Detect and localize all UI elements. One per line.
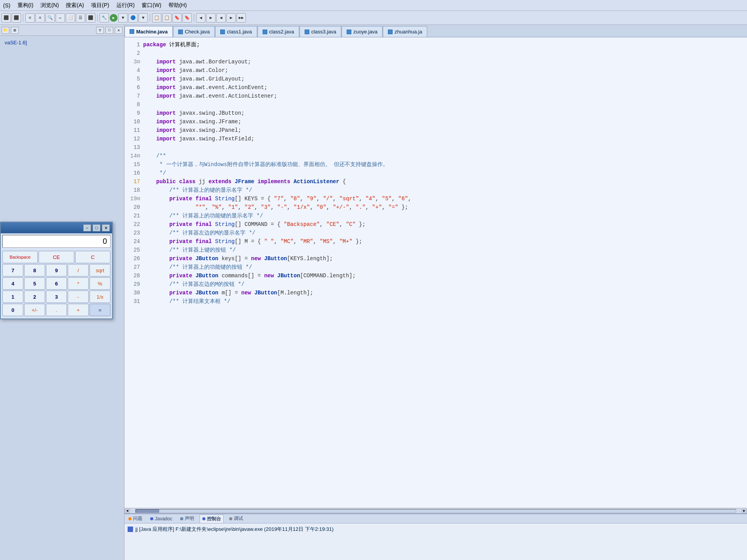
tab-check-java[interactable]: Check.java	[173, 26, 215, 37]
tab-zhuanhua-java[interactable]: zhuanhua.ja	[383, 26, 427, 37]
ln-14[interactable]: 14⊟	[124, 152, 143, 160]
bottom-tab-declaration[interactable]: 声明	[178, 514, 196, 523]
menu-help[interactable]: 帮助(H)	[168, 2, 187, 9]
scroll-right-btn[interactable]: ▶	[742, 509, 747, 513]
toolbar-btn-1[interactable]: ⬛	[2, 13, 11, 23]
calc-restore-button[interactable]: □	[93, 224, 100, 231]
toolbar-btn-20[interactable]: ▶	[226, 13, 236, 23]
toolbar-btn-17[interactable]: ◀	[196, 13, 205, 23]
declaration-label: 声明	[185, 515, 194, 522]
tab-class1-java[interactable]: class1.java	[215, 26, 257, 37]
toolbar-btn-5[interactable]: 🔍	[46, 13, 55, 23]
toolbar-btn-11[interactable]: 🔵	[128, 13, 138, 23]
tab-bar: Machine.java Check.java class1.java clas…	[124, 25, 747, 37]
calc-buttons: Backspace CE C 7 8 9 / sqrt 4 5 6 *	[1, 249, 112, 318]
scrollbar-thumb[interactable]	[136, 509, 159, 513]
toolbar-btn-14[interactable]: 📋	[162, 13, 172, 23]
toolbar-btn-6[interactable]: ✏	[56, 13, 65, 23]
problems-label: 问题	[133, 515, 142, 522]
scrollbar-track[interactable]	[135, 509, 736, 513]
calc-3-button[interactable]: 3	[46, 290, 67, 303]
calc-8-button[interactable]: 8	[24, 264, 45, 276]
toolbar-btn-13[interactable]: 📋	[152, 13, 161, 23]
sidebar-btn-1[interactable]: 📁	[2, 27, 9, 34]
bottom-tab-debug[interactable]: 调试	[227, 514, 245, 523]
toolbar-btn-8[interactable]: ☰	[76, 13, 85, 23]
menu-refactor[interactable]: 重构(I)	[18, 2, 33, 9]
toolbar-btn-19[interactable]: ◀	[216, 13, 226, 23]
calc-add-button[interactable]: +	[68, 304, 89, 316]
calc-4-button[interactable]: 4	[2, 277, 23, 290]
toolbar-btn-18[interactable]: ▶	[206, 13, 216, 23]
menu-project[interactable]: 项目(P)	[91, 2, 109, 9]
code-container[interactable]: 1 2 3⊟ 4 5 6 7 8 9 10 11 12 13 14⊟ 15 16…	[124, 37, 747, 508]
calc-close-button[interactable]: ✕	[102, 224, 110, 231]
menu-run[interactable]: 运行(R)	[116, 2, 135, 9]
bottom-tab-javadoc[interactable]: Javadoc	[148, 514, 175, 523]
menu-window[interactable]: 窗口(W)	[142, 2, 161, 9]
toolbar-btn-2[interactable]: ⬛	[12, 13, 21, 23]
menu-s[interactable]: (S)	[3, 2, 11, 9]
toolbar-btn-3[interactable]: ≡	[25, 13, 35, 23]
calc-6-button[interactable]: 6	[46, 277, 67, 290]
tab-class2-java[interactable]: class2.java	[258, 26, 299, 37]
calc-decimal-button[interactable]: .	[46, 304, 67, 316]
calc-percent-button[interactable]: %	[89, 277, 110, 290]
ln-3[interactable]: 3⊟	[124, 58, 143, 66]
calc-multiply-button[interactable]: *	[68, 277, 89, 290]
calc-minimize-button[interactable]: −	[83, 224, 91, 231]
sidebar-btn-2[interactable]: ⊞	[11, 27, 19, 34]
run-dropdown[interactable]: ▼	[118, 13, 128, 23]
menu-bar: (S) 重构(I) 浏览(N) 搜索(A) 项目(P) 运行(R) 窗口(W) …	[0, 0, 747, 11]
toolbar-btn-4[interactable]: ≡	[35, 13, 45, 23]
calc-5-button[interactable]: 5	[24, 277, 45, 290]
calc-1-button[interactable]: 1	[2, 290, 23, 303]
sidebar-x[interactable]: ✕	[115, 27, 123, 34]
ln-6: 6	[124, 83, 143, 92]
tab-class3-java[interactable]: class3.java	[300, 26, 341, 37]
toolbar-btn-9[interactable]: ⬛	[86, 13, 95, 23]
calc-0-button[interactable]: 0	[2, 304, 23, 316]
calc-negate-button[interactable]: +/-	[24, 304, 45, 316]
calc-2-button[interactable]: 2	[24, 290, 45, 303]
code-scrollbar[interactable]: ◀ ▶	[124, 508, 747, 513]
sidebar-minimize[interactable]: ▽	[96, 27, 104, 34]
bottom-content: jj [Java 应用程序] F:\新建文件夹\eclipse\jre\bin\…	[124, 523, 747, 535]
calc-display: 0	[2, 235, 110, 248]
code-content[interactable]: package 计算机界面; import java.awt.BorderLay…	[143, 37, 747, 508]
calc-divide-button[interactable]: /	[68, 264, 89, 276]
ln-25: 25	[124, 246, 143, 254]
bottom-tab-console[interactable]: 控制台	[200, 514, 224, 523]
toolbar-sep-1	[23, 14, 23, 22]
toolbar-btn-12[interactable]: ▼	[139, 13, 148, 23]
calc-ce-button[interactable]: CE	[39, 251, 74, 263]
calc-subtract-button[interactable]: -	[68, 290, 89, 303]
ln-7: 7	[124, 92, 143, 100]
bottom-tab-problems[interactable]: 问题	[126, 514, 145, 523]
calc-equals-button[interactable]: =	[89, 304, 110, 316]
sidebar-close[interactable]: □	[105, 27, 113, 34]
calc-sqrt-button[interactable]: sqrt	[89, 264, 110, 276]
toolbar-btn-15[interactable]: 🔖	[172, 13, 182, 23]
tab-zuoye-java[interactable]: zuoye.java	[342, 26, 382, 37]
main-area: 📁 ⊞ ▽ □ ✕ vaSE-1.6] − □ ✕ 0	[0, 25, 747, 560]
ln-19[interactable]: 19⊟	[124, 194, 143, 203]
calc-7-button[interactable]: 7	[2, 264, 23, 276]
toolbar-btn-21[interactable]: ▶▶	[237, 13, 246, 23]
calc-backspace-button[interactable]: Backspace	[2, 251, 38, 263]
ln-15: 15	[124, 160, 143, 169]
toolbar-btn-7[interactable]: ⬜	[66, 13, 75, 23]
tab-machine-java[interactable]: Machine.java	[124, 26, 173, 37]
sidebar-item-jvase[interactable]: vaSE-1.6]	[3, 39, 121, 46]
calc-c-button[interactable]: C	[75, 251, 110, 263]
menu-search[interactable]: 搜索(A)	[66, 2, 84, 9]
menu-browse[interactable]: 浏览(N)	[40, 2, 59, 9]
toolbar-btn-16[interactable]: 🔖	[182, 13, 192, 23]
toolbar-btn-10[interactable]: 🔧	[100, 13, 109, 23]
calc-reciprocal-button[interactable]: 1/x	[89, 290, 110, 303]
toolbar: ⬛ ⬛ ≡ ≡ 🔍 ✏ ⬜ ☰ ⬛ 🔧 ▶ ▼ 🔵 ▼ 📋 📋 🔖 🔖 ◀ ▶ …	[0, 11, 747, 25]
calc-9-button[interactable]: 9	[46, 264, 67, 276]
toolbar-sep-2	[97, 14, 98, 22]
scroll-left-btn[interactable]: ◀	[124, 509, 130, 513]
run-button[interactable]: ▶	[110, 14, 117, 22]
